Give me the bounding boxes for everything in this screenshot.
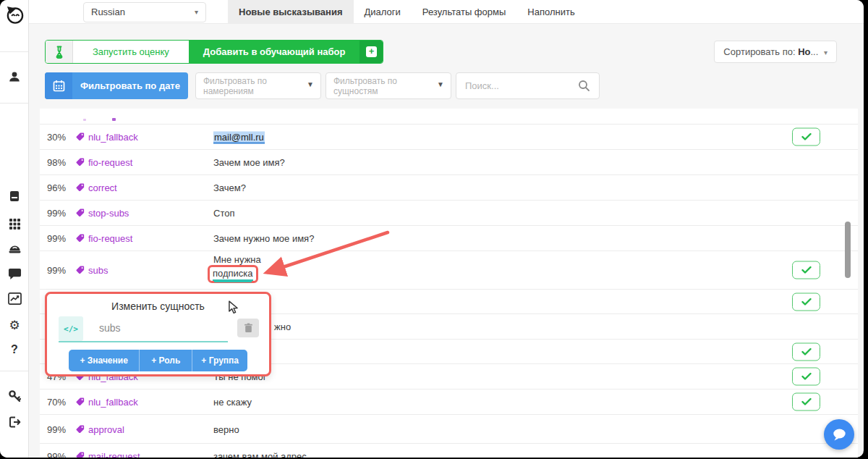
- approve-button[interactable]: [792, 342, 820, 361]
- table-row: 30% nlu_fallback mail@mll.ru: [40, 125, 858, 150]
- intent-tag[interactable]: nlu_fallback: [76, 397, 138, 408]
- tab-bar: Новые высказывания Диалоги Результаты фо…: [228, 0, 586, 24]
- intent-tag[interactable]: fio-request: [76, 233, 132, 244]
- user-icon[interactable]: [0, 67, 29, 86]
- table-row: 99% fio-request Зачем нужно мое имя?: [40, 226, 858, 251]
- run-evaluation-button[interactable]: Запустить оценку: [73, 41, 189, 63]
- chat-bubble-icon: [832, 428, 847, 442]
- sign-out-icon[interactable]: [0, 413, 29, 431]
- analytics-icon[interactable]: [0, 290, 29, 308]
- top-header: Russian ▾ Новые высказывания Диалоги Рез…: [29, 0, 864, 24]
- utterance-text[interactable]: Зачем мое имя?: [213, 157, 285, 168]
- search-input[interactable]: [464, 76, 572, 96]
- utterance-text[interactable]: mail@mll.ru: [213, 132, 265, 143]
- intent-tag[interactable]: stop-subs: [76, 208, 129, 219]
- confidence-value: 70%: [47, 397, 66, 408]
- sidebar-divider: [0, 103, 28, 104]
- intent-tag[interactable]: subs: [76, 265, 108, 276]
- filter-by-entity-dropdown[interactable]: Фильтровать по сущностям ▼: [326, 72, 451, 99]
- plus-icon: +: [366, 46, 377, 57]
- utterance-text[interactable]: Зачем?: [213, 182, 246, 193]
- book-icon[interactable]: [0, 187, 29, 206]
- tab-new-utterances[interactable]: Новые высказывания: [228, 0, 354, 24]
- table-row-clipped: [40, 109, 858, 125]
- confidence-value: 99%: [47, 424, 66, 434]
- language-value: Russian: [91, 7, 125, 17]
- utterance-text[interactable]: Зачем нужно мое имя?: [213, 233, 314, 244]
- entity-code-icon: </>: [59, 316, 83, 341]
- add-to-training-button[interactable]: Добавить в обучающий набор: [189, 41, 360, 63]
- confidence-value: 96%: [47, 182, 66, 193]
- trash-icon: [244, 323, 253, 333]
- add-role-button[interactable]: + Роль: [139, 350, 192, 371]
- key-icon[interactable]: [0, 387, 29, 405]
- table-row: 98% fio-request Зачем мое имя?: [40, 150, 858, 175]
- utterance-text-line1[interactable]: Мне нужна: [213, 254, 261, 265]
- tab-dialogs[interactable]: Диалоги: [354, 0, 412, 24]
- table-row: 99% mail-request зачем вам мой адрес: [40, 444, 858, 458]
- table-row: 70% nlu_fallback не скажу: [40, 389, 858, 415]
- bot-logo-icon[interactable]: [0, 5, 29, 24]
- input-underline: [59, 341, 228, 342]
- app-window: ⚙ ? Russian ▾ Новые высказывания Диалоги…: [0, 0, 864, 458]
- chat-icon[interactable]: [0, 264, 29, 283]
- confidence-value: 99%: [47, 265, 66, 276]
- approve-button[interactable]: [792, 261, 820, 279]
- sort-ellipsis: ...: [811, 46, 819, 57]
- chevron-down-icon: ▾: [824, 49, 827, 56]
- approve-button[interactable]: [792, 292, 820, 311]
- table-row: 99% subs Мне нужна подписка: [40, 251, 858, 290]
- intent-tag[interactable]: correct: [76, 182, 117, 193]
- tab-fill[interactable]: Наполнить: [516, 0, 585, 24]
- chevron-down-icon: ▼: [437, 80, 444, 90]
- confidence-value: 30%: [47, 132, 66, 143]
- add-value-button[interactable]: + Значение: [69, 350, 139, 371]
- approve-button[interactable]: [792, 393, 820, 411]
- entity-filter-placeholder: Фильтровать по сущностям: [333, 76, 397, 96]
- sidebar-divider: [0, 51, 28, 52]
- utterance-text[interactable]: Стоп: [213, 208, 234, 219]
- add-plus-button[interactable]: +: [359, 41, 383, 63]
- entity-name-input[interactable]: subs: [99, 322, 121, 334]
- chevron-down-icon: ▼: [307, 80, 314, 90]
- approve-button[interactable]: [792, 128, 820, 146]
- training-button-group: Запустить оценку Добавить в обучающий на…: [45, 40, 383, 64]
- sidebar-divider: [0, 371, 28, 371]
- utterance-text[interactable]: не скажу: [213, 397, 252, 408]
- entity-annotation[interactable]: подписка: [208, 265, 258, 283]
- inbox-icon[interactable]: [0, 240, 29, 258]
- approve-button[interactable]: [792, 368, 820, 386]
- settings-gear-icon[interactable]: ⚙: [0, 316, 29, 334]
- search-box: [456, 72, 600, 99]
- language-select[interactable]: Russian ▾: [83, 2, 206, 22]
- utterance-text[interactable]: верно: [213, 424, 239, 434]
- intent-tag[interactable]: nlu_fallback: [76, 132, 138, 143]
- selected-text[interactable]: mail@mll.ru: [213, 132, 265, 144]
- scrollbar-thumb[interactable]: [845, 222, 851, 278]
- help-icon[interactable]: ?: [0, 340, 29, 359]
- sidebar: ⚙ ?: [0, 0, 29, 458]
- screenshot: ⚙ ? Russian ▾ Новые высказывания Диалоги…: [0, 0, 868, 459]
- intent-tag[interactable]: approval: [76, 424, 124, 434]
- sort-value: Но: [798, 46, 810, 57]
- chat-widget-button[interactable]: [824, 419, 854, 450]
- utterance-text-fragment[interactable]: жно: [274, 321, 291, 332]
- intent-tag[interactable]: fio-request: [76, 157, 132, 168]
- confidence-value: 99%: [47, 208, 66, 219]
- add-group-button[interactable]: + Группа: [192, 350, 247, 371]
- popup-actions: + Значение + Роль + Группа: [69, 350, 247, 371]
- flask-icon[interactable]: [46, 41, 73, 63]
- tab-form-results[interactable]: Результаты формы: [412, 0, 517, 24]
- intent-filter-placeholder: Фильтровать по намерениям: [203, 76, 267, 96]
- entity-highlight[interactable]: подписка: [213, 268, 253, 281]
- filter-by-intent-dropdown[interactable]: Фильтровать по намерениям ▼: [195, 72, 321, 99]
- delete-entity-button[interactable]: [237, 319, 259, 337]
- annotation-ring: подписка: [208, 265, 258, 283]
- confidence-value: 99%: [47, 451, 66, 458]
- intent-tag[interactable]: mail-request: [76, 451, 140, 458]
- sort-by-button[interactable]: Сортировать по: Но... ▾: [714, 41, 837, 63]
- filter-by-date-button[interactable]: Фильтровать по дате: [45, 72, 188, 99]
- utterance-text[interactable]: зачем вам мой адрес: [213, 451, 307, 458]
- edit-entity-popup: Изменить сущность </> subs + Значение + …: [45, 292, 271, 376]
- grid-icon[interactable]: [0, 214, 29, 233]
